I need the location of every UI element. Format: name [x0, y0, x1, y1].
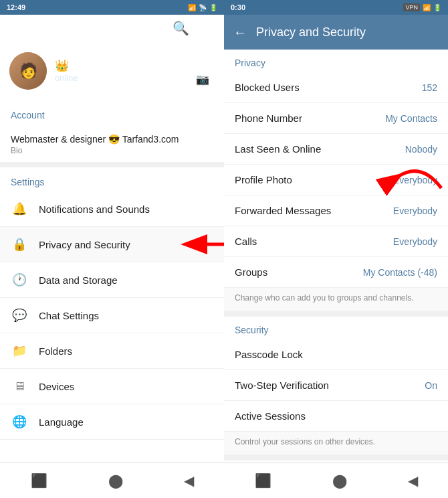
devices-label: Devices — [39, 381, 213, 392]
blocked-label: Blocked Users — [235, 82, 300, 93]
avatar: 🧑 — [9, 52, 47, 90]
section-divider-1 — [0, 162, 224, 167]
search-icon[interactable]: 🔍 — [173, 20, 189, 36]
bio-section: Webmaster & designer 😎 Tarfand3.com Bio — [0, 124, 224, 162]
right-nav-back[interactable]: ◀ — [400, 470, 426, 491]
photo-label: Profile Photo — [235, 174, 292, 185]
calls-row[interactable]: Calls Everybody — [224, 226, 448, 257]
globe-icon: 🌐 — [11, 413, 28, 430]
left-nav-back[interactable]: ◀ — [176, 470, 202, 491]
red-arrow-left — [181, 234, 224, 255]
battery-icon: 🔋 — [209, 4, 217, 11]
left-top-icons: 🔍 ⋮ — [173, 20, 215, 36]
lastseen-label: Last Seen & Online — [235, 143, 321, 155]
right-nav-square[interactable]: ⬛ — [247, 470, 279, 491]
passcode-row[interactable]: Passcode Lock — [224, 339, 448, 370]
twostep-row[interactable]: Two-Step Verification On — [224, 370, 448, 401]
section-divider-right-2 — [224, 455, 448, 461]
sessions-row[interactable]: Active Sessions — [224, 401, 448, 432]
groups-value: My Contacts (-48) — [363, 267, 437, 278]
groups-label: Groups — [235, 266, 267, 278]
back-button[interactable]: ← — [233, 25, 247, 40]
notifications-label: Notifications and Sounds — [39, 203, 213, 215]
left-status-icons: 📶 📡 🔋 — [188, 4, 217, 11]
bio-label: Bio — [11, 146, 213, 155]
right-content: Privacy Blocked Users 152 Phone Number M… — [224, 50, 448, 463]
right-nav-circle[interactable]: ⬤ — [324, 470, 355, 491]
right-header: ← Privacy and Security — [224, 15, 448, 50]
phone-label: Phone Number — [235, 112, 302, 124]
vpn-icon: VPN — [403, 3, 420, 11]
signal-icon: 📶 — [188, 4, 196, 11]
left-nav-square[interactable]: ⬛ — [23, 470, 55, 491]
twostep-value: On — [425, 380, 437, 391]
blocked-value: 152 — [422, 82, 437, 93]
camera-button[interactable]: 📷 — [191, 67, 215, 91]
profile-section: 🧑 👑 MaSouD online 📷 — [0, 44, 224, 100]
section-divider-right — [224, 311, 448, 317]
settings-label: Settings — [0, 167, 224, 191]
devices-icon: 🖥 — [11, 378, 28, 395]
right-time: 0:30 — [231, 3, 245, 11]
sidebar-item-data[interactable]: 🕐 Data and Storage — [0, 262, 224, 298]
privacy-section-label: Privacy — [224, 50, 448, 72]
data-label: Data and Storage — [39, 274, 213, 286]
language-label: Language — [39, 416, 213, 428]
forwarded-label: Forwarded Messages — [235, 205, 331, 216]
calls-value: Everybody — [393, 236, 437, 247]
sidebar-item-devices[interactable]: 🖥 Devices — [0, 369, 224, 404]
clock-icon: 🕐 — [11, 271, 28, 288]
security-section-label: Security — [224, 317, 448, 339]
lastseen-value: Nobody — [405, 144, 437, 155]
left-top-bar: 🔍 ⋮ — [0, 15, 224, 44]
left-panel: 12:49 📶 📡 🔋 🔍 ⋮ 🧑 👑 MaSouD online 📷 — [0, 0, 224, 498]
groups-row[interactable]: Groups My Contacts (-48) — [224, 257, 448, 288]
chat-icon: 💬 — [11, 307, 28, 324]
sessions-label: Active Sessions — [235, 410, 306, 422]
forwarded-value: Everybody — [393, 205, 437, 216]
right-status-bar: 0:30 VPN 📶 🔋 — [224, 0, 448, 15]
right-panel: 0:30 VPN 📶 🔋 ← Privacy and Security Priv… — [224, 0, 448, 498]
phone-number-row[interactable]: Phone Number My Contacts — [224, 103, 448, 134]
sidebar-item-folders[interactable]: 📁 Folders — [0, 333, 224, 369]
avatar-image: 🧑 — [9, 52, 47, 90]
bio-text: Webmaster & designer 😎 Tarfand3.com — [11, 134, 213, 145]
profile-photo-row[interactable]: Profile Photo Everybody — [224, 165, 448, 195]
calls-label: Calls — [235, 236, 257, 247]
last-seen-row[interactable]: Last Seen & Online Nobody — [224, 134, 448, 165]
right-status-icons: VPN 📶 🔋 — [403, 3, 441, 11]
right-signal-icon: 📶 — [423, 4, 431, 11]
left-nav-circle[interactable]: ⬤ — [100, 470, 131, 491]
groups-info: Change who can add you to groups and cha… — [224, 288, 448, 311]
wifi-icon: 📡 — [199, 4, 207, 11]
chat-label: Chat Settings — [39, 310, 213, 321]
sidebar-item-chat[interactable]: 💬 Chat Settings — [0, 298, 224, 333]
sidebar-item-language[interactable]: 🌐 Language — [0, 404, 224, 440]
left-content: Account Webmaster & designer 😎 Tarfand3.… — [0, 100, 224, 463]
twostep-label: Two-Step Verification — [235, 380, 329, 391]
bell-icon: 🔔 — [11, 200, 28, 218]
photo-value: Everybody — [393, 175, 437, 185]
blocked-users-row[interactable]: Blocked Users 152 — [224, 72, 448, 103]
lock-icon: 🔒 — [11, 236, 28, 253]
sessions-info: Control your sessions on other devices. — [224, 432, 448, 455]
crown-icon: 👑 — [55, 59, 69, 73]
left-time: 12:49 — [7, 3, 25, 11]
folder-icon: 📁 — [11, 342, 28, 359]
sidebar-item-notifications[interactable]: 🔔 Notifications and Sounds — [0, 191, 224, 227]
passcode-label: Passcode Lock — [235, 349, 303, 360]
right-page-title: Privacy and Security — [256, 25, 366, 39]
forwarded-row[interactable]: Forwarded Messages Everybody — [224, 195, 448, 226]
left-status-bar: 12:49 📶 📡 🔋 — [0, 0, 224, 15]
folders-label: Folders — [39, 345, 213, 357]
account-label: Account — [0, 100, 224, 124]
right-battery-icon: 🔋 — [433, 4, 441, 11]
sidebar-item-privacy[interactable]: 🔒 Privacy and Security — [0, 227, 224, 262]
menu-icon[interactable]: ⋮ — [201, 20, 215, 36]
right-nav-bar: ⬛ ⬤ ◀ — [224, 463, 448, 498]
profile-name: 👑 MaSouD — [55, 59, 215, 73]
phone-value: My Contacts — [385, 113, 437, 124]
left-nav-bar: ⬛ ⬤ ◀ — [0, 463, 224, 498]
